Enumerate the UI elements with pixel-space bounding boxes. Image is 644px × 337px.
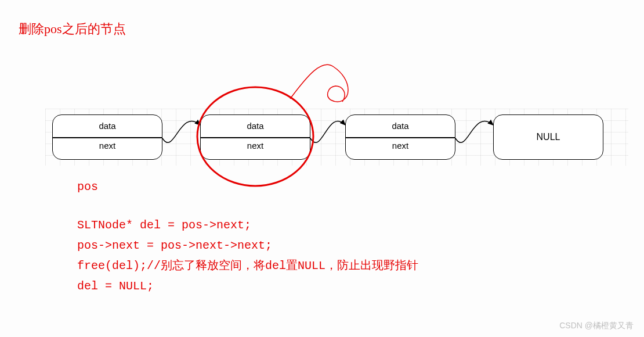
node-data-label: data (392, 121, 408, 131)
code-line-2: pos->next = pos->next->next; (77, 235, 418, 256)
code-line-3: free(del);//别忘了释放空间，将del置NULL，防止出现野指针 (77, 256, 418, 276)
pos-pointer-label: pos (77, 180, 98, 193)
node-next-label: next (99, 141, 115, 150)
node-divider (201, 137, 310, 138)
linked-list-node-3: data next (345, 114, 455, 160)
node-data-label: data (247, 121, 263, 131)
node-divider (53, 137, 162, 138)
node-next-label: next (247, 141, 263, 150)
node-data-label: data (99, 121, 115, 131)
watermark: CSDN @橘橙黄又青 (559, 321, 634, 331)
diagram-title: 删除pos之后的节点 (19, 20, 126, 38)
linked-list-node-2: data next (200, 114, 310, 160)
code-line-4: del = NULL; (77, 276, 418, 296)
node-divider (346, 137, 455, 138)
null-label: NULL (537, 132, 560, 142)
node-next-label: next (392, 141, 408, 150)
linked-list-null-node: NULL (493, 114, 603, 160)
code-line-1: SLTNode* del = pos->next; (77, 215, 418, 235)
scribble-annotation (290, 64, 348, 102)
linked-list-node-1: data next (52, 114, 162, 160)
code-snippet: SLTNode* del = pos->next; pos->next = po… (77, 215, 418, 296)
